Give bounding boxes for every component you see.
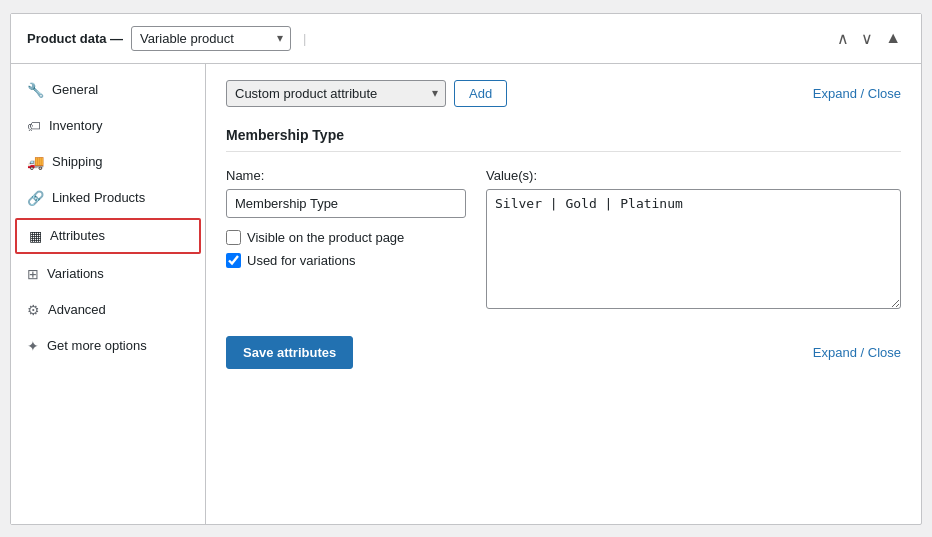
collapse-up-button[interactable]: ∧	[833, 27, 853, 50]
attribute-toolbar-left: Custom product attribute Size Color Mate…	[226, 80, 507, 107]
sidebar-item-variations[interactable]: ⊞ Variations	[11, 256, 205, 292]
attribute-left-panel: Name: Visible on the product page Used f…	[226, 168, 466, 268]
expand-button[interactable]: ▲	[881, 27, 905, 50]
visible-on-product-page-text: Visible on the product page	[247, 230, 404, 245]
visible-checkbox-label[interactable]: Visible on the product page	[226, 230, 466, 245]
divider: |	[303, 31, 306, 46]
sidebar-item-advanced[interactable]: ⚙ Advanced	[11, 292, 205, 328]
collapse-down-button[interactable]: ∨	[857, 27, 877, 50]
attribute-toolbar: Custom product attribute Size Color Mate…	[226, 80, 901, 107]
save-section: Save attributes Expand / Close	[226, 336, 901, 369]
sidebar-item-linked-products[interactable]: 🔗 Linked Products	[11, 180, 205, 216]
expand-close-bottom-link[interactable]: Expand / Close	[813, 345, 901, 360]
visible-on-product-page-checkbox[interactable]	[226, 230, 241, 245]
product-type-select[interactable]: Variable product	[131, 26, 291, 51]
used-for-variations-text: Used for variations	[247, 253, 355, 268]
panel-header-actions: ∧ ∨ ▲	[833, 27, 905, 50]
wrench-icon: 🔧	[27, 82, 44, 98]
product-type-select-wrapper[interactable]: Variable product	[131, 26, 291, 51]
shipping-icon: 🚚	[27, 154, 44, 170]
panel-header: Product data — Variable product | ∧ ∨ ▲	[11, 14, 921, 64]
attribute-section-title: Membership Type	[226, 127, 901, 152]
name-label: Name:	[226, 168, 466, 183]
sidebar-item-general-label: General	[52, 82, 98, 97]
values-label: Value(s):	[486, 168, 901, 183]
sidebar: 🔧 General 🏷 Inventory 🚚 Shipping 🔗 Linke…	[11, 64, 206, 524]
sidebar-item-general[interactable]: 🔧 General	[11, 72, 205, 108]
save-attributes-button[interactable]: Save attributes	[226, 336, 353, 369]
sidebar-item-advanced-label: Advanced	[48, 302, 106, 317]
sidebar-item-inventory[interactable]: 🏷 Inventory	[11, 108, 205, 144]
star-icon: ✦	[27, 338, 39, 354]
product-data-panel: Product data — Variable product | ∧ ∨ ▲ …	[10, 13, 922, 525]
add-attribute-button[interactable]: Add	[454, 80, 507, 107]
used-for-variations-checkbox[interactable]	[226, 253, 241, 268]
checkbox-group: Visible on the product page Used for var…	[226, 230, 466, 268]
variations-checkbox-label[interactable]: Used for variations	[226, 253, 466, 268]
attribute-form: Name: Visible on the product page Used f…	[226, 168, 901, 312]
panel-body: 🔧 General 🏷 Inventory 🚚 Shipping 🔗 Linke…	[11, 64, 921, 524]
expand-close-top-link[interactable]: Expand / Close	[813, 86, 901, 101]
main-content: Custom product attribute Size Color Mate…	[206, 64, 921, 524]
inventory-icon: 🏷	[27, 118, 41, 134]
panel-title: Product data —	[27, 31, 123, 46]
variations-icon: ⊞	[27, 266, 39, 282]
sidebar-item-linked-products-label: Linked Products	[52, 190, 145, 205]
sidebar-item-shipping[interactable]: 🚚 Shipping	[11, 144, 205, 180]
sidebar-item-attributes[interactable]: ▦ Attributes	[15, 218, 201, 254]
attribute-type-select[interactable]: Custom product attribute Size Color Mate…	[226, 80, 446, 107]
attribute-values-textarea[interactable]: Silver | Gold | Platinum	[486, 189, 901, 309]
link-icon: 🔗	[27, 190, 44, 206]
sidebar-item-shipping-label: Shipping	[52, 154, 103, 169]
attribute-type-select-wrapper[interactable]: Custom product attribute Size Color Mate…	[226, 80, 446, 107]
attributes-icon: ▦	[29, 228, 42, 244]
attribute-name-input[interactable]	[226, 189, 466, 218]
sidebar-item-get-more-options-label: Get more options	[47, 338, 147, 353]
sidebar-item-get-more-options[interactable]: ✦ Get more options	[11, 328, 205, 364]
sidebar-item-variations-label: Variations	[47, 266, 104, 281]
sidebar-item-inventory-label: Inventory	[49, 118, 102, 133]
gear-icon: ⚙	[27, 302, 40, 318]
sidebar-item-attributes-label: Attributes	[50, 228, 105, 243]
attribute-right-panel: Value(s): Silver | Gold | Platinum	[486, 168, 901, 312]
attribute-section: Membership Type Name: Visible on the pro…	[226, 127, 901, 312]
